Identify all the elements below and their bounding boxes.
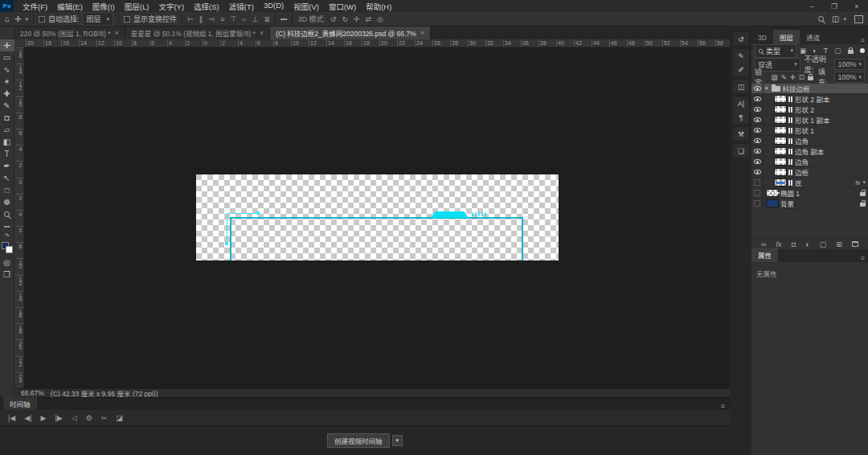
3d-camera-icon[interactable]: ◎ — [377, 15, 383, 23]
lock-position-icon[interactable]: ✛ — [790, 73, 796, 81]
layer-row[interactable]: 形状 1 — [751, 125, 868, 136]
brushes-panel-icon[interactable]: ✐ — [733, 63, 749, 76]
filter-shape-icon[interactable]: ▢ — [834, 47, 841, 55]
create-timeline-dropdown[interactable]: ▾ — [392, 435, 403, 446]
canvas-pasteboard[interactable] — [24, 47, 730, 388]
lasso-tool[interactable]: ∿ — [0, 64, 14, 76]
visibility-toggle[interactable] — [751, 167, 764, 178]
document-tab[interactable]: 星星星 @ 50.1% (视频组 1, 图层蒙版/8) *× — [125, 27, 270, 39]
tab-通道[interactable]: 通道 — [800, 30, 826, 44]
next-frame-icon[interactable]: |▶ — [55, 414, 62, 422]
layer-style-icon[interactable]: fx — [776, 240, 782, 248]
restore-button[interactable]: ❐ — [823, 0, 845, 12]
distribute-center-icon[interactable]: = — [242, 15, 246, 23]
layer-row[interactable]: 边角 — [751, 136, 868, 146]
layer-row[interactable]: 边角 副本 — [751, 146, 868, 157]
tab-timeline[interactable]: 时间轴 — [3, 397, 37, 410]
edit-toolbar[interactable]: ••• — [0, 220, 14, 232]
move-tool[interactable]: ✛ — [0, 39, 14, 51]
layer-row[interactable]: 边框 — [751, 167, 868, 178]
visibility-toggle[interactable] — [751, 136, 764, 146]
audio-mute-icon[interactable]: ◁ — [72, 414, 77, 422]
visibility-toggle[interactable] — [751, 146, 764, 157]
path-selection-tool[interactable]: ↖ — [0, 172, 14, 184]
quick-mask-button[interactable]: ◎ — [0, 256, 14, 268]
document-tab[interactable]: 220 @ 50% (图层 1, RGB/8) *× — [14, 27, 125, 39]
split-clip-icon[interactable]: ✂ — [101, 414, 108, 422]
share-icon[interactable]: ↑ — [854, 15, 863, 23]
visibility-toggle[interactable] — [751, 94, 764, 105]
new-group-icon[interactable]: ▢ — [820, 240, 827, 248]
paragraph-panel-icon[interactable]: ¶ — [733, 110, 749, 124]
layer-row[interactable]: 椭圆 1 — [751, 188, 868, 199]
3d-slide-icon[interactable]: ⇄ — [366, 15, 372, 23]
document-canvas[interactable] — [196, 174, 559, 260]
layer-row[interactable]: 形状 2 副本 — [751, 94, 868, 105]
layer-comps-panel-icon[interactable]: ❏ — [733, 144, 749, 158]
go-to-first-frame-icon[interactable]: |◀ — [8, 414, 15, 422]
layer-row[interactable]: 边角 — [751, 157, 868, 167]
disclosure-triangle-icon[interactable]: ▾ — [765, 85, 768, 92]
distribute-v-icon[interactable]: ⊥ — [252, 15, 259, 23]
close-button[interactable]: × — [845, 0, 868, 12]
timeline-settings-icon[interactable]: ⚙ — [86, 414, 92, 422]
filter-smart-object-icon[interactable] — [848, 50, 854, 54]
previous-frame-icon[interactable]: ◀| — [24, 414, 31, 422]
layer-filter-dropdown[interactable]: 类型 ▾ — [755, 44, 796, 58]
lock-pixels-icon[interactable]: ✎ — [781, 73, 787, 81]
brush-settings-panel-icon[interactable]: ✎ — [733, 49, 749, 63]
transition-icon[interactable]: ◪ — [116, 414, 123, 422]
3d-pan-icon[interactable]: ✛ — [354, 15, 360, 23]
3d-roll-icon[interactable]: ↻ — [342, 15, 348, 23]
rectangle-tool[interactable]: □ — [0, 184, 14, 196]
lock-artboard-icon[interactable]: ⊡ — [799, 73, 805, 81]
layer-row[interactable]: ▾科技边框 — [751, 84, 868, 94]
clone-source-panel-icon[interactable]: ◫ — [733, 80, 749, 93]
layer-effects-badge[interactable]: fx — [855, 179, 860, 187]
pen-tool[interactable]: ✒ — [0, 160, 14, 172]
visibility-toggle[interactable] — [751, 199, 764, 209]
add-mask-icon[interactable]: ◘ — [792, 240, 796, 248]
tab-close-icon[interactable]: × — [260, 29, 264, 37]
search-icon[interactable] — [818, 16, 824, 22]
layer-row[interactable]: 形状 2 — [751, 105, 868, 115]
character-panel-icon[interactable]: A| — [733, 96, 749, 110]
swap-colors-icon[interactable]: ↷ — [4, 232, 10, 240]
3d-orbit-icon[interactable]: ↺ — [330, 15, 337, 23]
align-center-h-icon[interactable]: ∥ — [199, 15, 203, 23]
auto-select-dropdown[interactable]: 图层 ▾ — [82, 12, 113, 26]
brush-tool[interactable]: ✎ — [0, 100, 14, 112]
tab-close-icon[interactable]: × — [420, 29, 424, 37]
layer-row[interactable]: 底fx▾ — [751, 178, 868, 188]
document-tab[interactable]: (C) 科技边框2_黄蜂网20200326.psd @ 66.7%(RGB/8)… — [270, 27, 431, 39]
timeline-menu-icon[interactable]: ≡ — [721, 402, 725, 410]
delete-layer-icon[interactable] — [852, 241, 858, 247]
lock-all-icon[interactable] — [808, 76, 813, 80]
minimize-button[interactable]: – — [800, 0, 823, 12]
align-right-icon[interactable]: ⊣ — [208, 15, 215, 23]
visibility-toggle[interactable] — [751, 188, 764, 199]
marquee-tool[interactable]: ▭ — [0, 51, 14, 64]
color-swatches[interactable] — [2, 242, 13, 253]
tab-close-icon[interactable]: × — [115, 29, 119, 37]
visibility-toggle[interactable] — [751, 84, 764, 94]
clone-stamp-tool[interactable]: ◘ — [0, 112, 14, 124]
create-video-timeline-button[interactable]: 创建视频时间轴 — [327, 433, 390, 448]
visibility-toggle[interactable] — [751, 178, 764, 188]
fill-input[interactable]: 100% ▾ — [834, 72, 865, 83]
new-layer-icon[interactable]: ⊞ — [836, 240, 842, 248]
more-options-icon[interactable]: ••• — [280, 15, 287, 23]
current-tool-button[interactable]: ✛ ▾ — [14, 14, 28, 23]
properties-menu-icon[interactable]: ≡ — [861, 254, 865, 262]
background-color-swatch[interactable] — [6, 246, 13, 253]
lock-transparent-icon[interactable]: ▨ — [772, 73, 778, 81]
visibility-toggle[interactable] — [751, 115, 764, 125]
history-panel-icon[interactable]: ↺ — [733, 32, 749, 46]
chevron-down-icon[interactable]: ▾ — [862, 179, 866, 186]
tab-properties[interactable]: 属性 — [751, 248, 778, 262]
hand-tool[interactable]: ❁ — [0, 196, 14, 208]
zoom-tool[interactable] — [0, 208, 14, 220]
gradient-tool[interactable]: ◧ — [0, 136, 14, 148]
link-layers-icon[interactable]: ∞ — [761, 240, 766, 248]
filter-toggle-pin[interactable] — [860, 48, 865, 53]
